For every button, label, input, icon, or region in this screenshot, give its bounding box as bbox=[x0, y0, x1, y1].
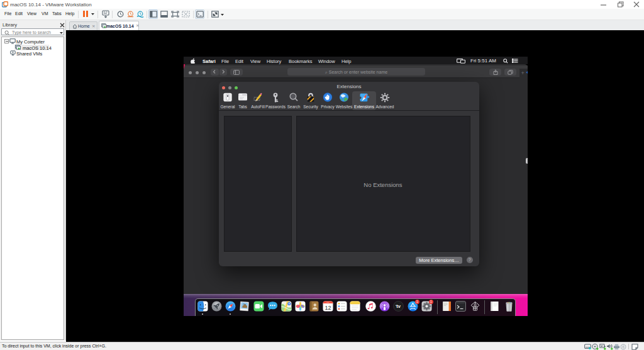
svg-text:FRI: FRI bbox=[326, 302, 329, 303]
svg-text:tv: tv bbox=[396, 303, 401, 309]
svg-text:12: 12 bbox=[325, 304, 331, 310]
